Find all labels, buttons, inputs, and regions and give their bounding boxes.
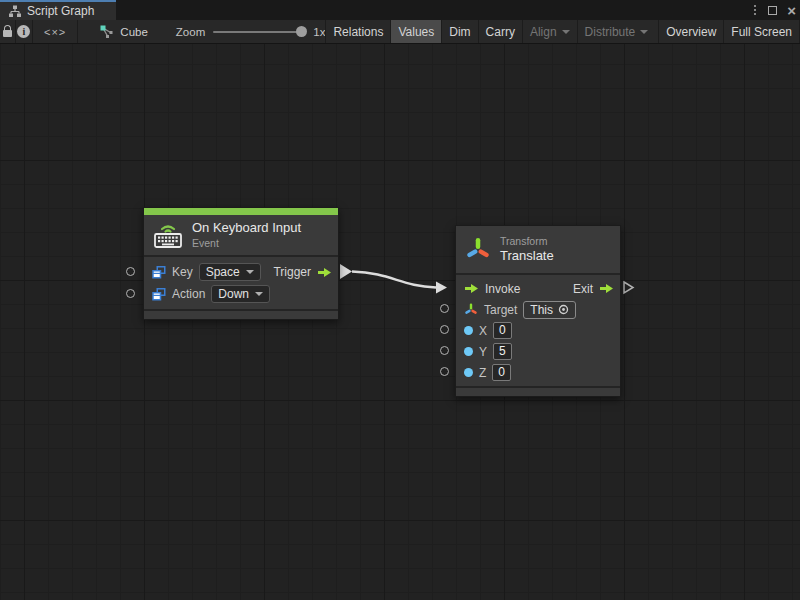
distribute-button[interactable]: Distribute — [577, 20, 656, 43]
graph-canvas[interactable]: On Keyboard Input Event Key Space — [0, 44, 800, 600]
key-row: Key Space Trigger — [144, 261, 338, 283]
maximize-icon[interactable] — [768, 6, 777, 15]
value-port-icon — [464, 326, 473, 335]
transform-mini-icon — [464, 303, 478, 317]
breadcrumb-label: Cube — [120, 26, 148, 38]
graph-hierarchy-icon — [8, 5, 22, 18]
window-controls: × — [752, 0, 796, 20]
zoom-slider-handle[interactable] — [296, 26, 307, 37]
target-row: Target This — [456, 299, 620, 320]
chevron-down-icon — [640, 30, 648, 34]
dim-button[interactable]: Dim — [441, 20, 477, 43]
translate-node-body: Invoke Exit Target — [456, 273, 620, 386]
invoke-label: Invoke — [485, 282, 520, 296]
info-icon: i — [17, 25, 30, 38]
translate-node-category: Transform — [500, 235, 554, 248]
value-port-icon — [464, 347, 473, 356]
align-button[interactable]: Align — [522, 20, 577, 43]
code-icon: <×> — [44, 26, 66, 38]
target-input-port[interactable] — [440, 304, 449, 313]
x-label: X — [479, 324, 487, 338]
target-label: Target — [484, 303, 517, 317]
tab-script-graph[interactable]: Script Graph — [0, 0, 116, 20]
breadcrumb[interactable]: Cube — [100, 20, 148, 43]
info-button[interactable]: i — [16, 20, 33, 43]
graph-breadcrumb-icon — [100, 25, 114, 39]
toolbar-buttons: Relations Values Dim Carry Align Distrib… — [325, 20, 800, 43]
translate-node[interactable]: Transform Translate Invoke Exit — [455, 225, 621, 397]
key-label: Key — [172, 265, 193, 279]
connection-layer — [0, 44, 800, 600]
z-value-field[interactable]: 0 — [492, 364, 511, 381]
chevron-down-icon — [255, 292, 263, 296]
target-object-field[interactable]: This — [523, 301, 576, 319]
full-screen-button[interactable]: Full Screen — [723, 20, 800, 43]
lock-button[interactable] — [0, 20, 16, 43]
invoke-row: Invoke Exit — [456, 278, 620, 299]
tab-title: Script Graph — [27, 4, 94, 18]
window-menu-icon[interactable] — [752, 3, 758, 17]
translate-node-header[interactable]: Transform Translate — [456, 226, 620, 273]
relations-button[interactable]: Relations — [325, 20, 390, 43]
event-node-body: Key Space Trigger — [144, 255, 338, 309]
z-row: Z 0 — [456, 362, 620, 383]
translate-node-title: Translate — [500, 248, 554, 264]
overview-button[interactable]: Overview — [658, 20, 723, 43]
action-label: Action — [172, 287, 205, 301]
exit-output-port[interactable] — [624, 282, 633, 293]
carry-button[interactable]: Carry — [478, 20, 522, 43]
x-input-port[interactable] — [440, 325, 449, 334]
key-dropdown[interactable]: Space — [199, 263, 261, 281]
y-value-field[interactable]: 5 — [493, 343, 512, 360]
value-port-icon — [464, 368, 473, 377]
exit-label: Exit — [573, 282, 593, 296]
action-input-port[interactable] — [126, 289, 135, 298]
y-input-port[interactable] — [440, 346, 449, 355]
event-node-title: On Keyboard Input — [192, 220, 301, 236]
tab-bar: Script Graph × — [0, 0, 800, 20]
trigger-output-port[interactable] — [340, 264, 352, 279]
x-row: X 0 — [456, 320, 620, 341]
code-preview-button[interactable]: <×> — [33, 20, 78, 43]
enum-value-icon — [152, 288, 166, 301]
action-dropdown[interactable]: Down — [211, 285, 270, 303]
zoom-label: Zoom — [176, 26, 205, 38]
z-label: Z — [479, 366, 486, 380]
trigger-label: Trigger — [273, 265, 311, 279]
chevron-down-icon — [562, 30, 570, 34]
translate-node-footer — [456, 386, 620, 396]
on-keyboard-input-node[interactable]: On Keyboard Input Event Key Space — [143, 207, 339, 320]
lock-icon — [3, 30, 12, 37]
flow-arrow-icon — [317, 267, 332, 278]
y-label: Y — [479, 345, 487, 359]
z-input-port[interactable] — [440, 367, 449, 376]
close-icon[interactable]: × — [787, 3, 796, 18]
x-value-field[interactable]: 0 — [493, 322, 512, 339]
event-node-subtitle: Event — [192, 237, 301, 250]
event-accent-strip — [144, 208, 338, 215]
flow-arrow-icon — [464, 283, 479, 294]
values-button[interactable]: Values — [390, 20, 441, 43]
event-node-footer — [144, 309, 338, 319]
y-row: Y 5 — [456, 341, 620, 362]
event-node-header[interactable]: On Keyboard Input Event — [144, 215, 338, 255]
zoom-slider[interactable] — [213, 31, 305, 33]
graph-toolbar: i <×> Cube Zoom 1x Relations V — [0, 20, 800, 44]
chevron-down-icon — [246, 270, 254, 274]
transform-icon — [465, 237, 491, 263]
invoke-input-port[interactable] — [436, 282, 447, 294]
action-row: Action Down — [144, 283, 338, 305]
object-picker-icon — [558, 304, 569, 315]
key-input-port[interactable] — [126, 267, 135, 276]
connection-wire — [352, 272, 436, 288]
keyboard-event-icon — [153, 222, 183, 248]
enum-value-icon — [152, 266, 166, 279]
flow-arrow-icon — [599, 283, 614, 294]
script-graph-window: Script Graph × i <×> Cube Z — [0, 0, 800, 600]
zoom-control: Zoom 1x — [176, 20, 326, 43]
zoom-value: 1x — [313, 26, 325, 38]
